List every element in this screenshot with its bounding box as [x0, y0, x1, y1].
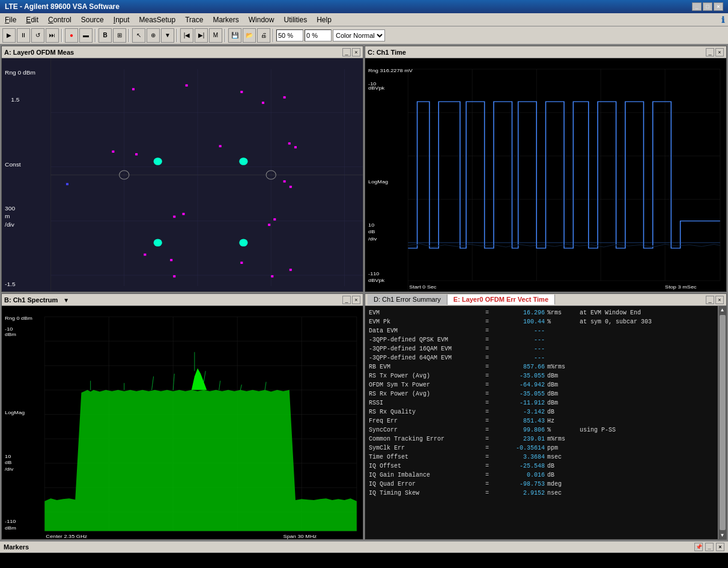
time-chart: Rng 316.2278 mV -10 dBVpk LogMag 10 dB /…: [365, 58, 726, 292]
error-row: EVM Pk = 100.44 % at sym 0, subcar 303: [369, 317, 714, 326]
svg-rect-38: [66, 183, 68, 186]
svg-point-27: [239, 239, 247, 246]
sep4: [177, 29, 178, 42]
svg-text:dBVpk: dBVpk: [368, 277, 385, 282]
error-row: IQ Quad Error = -98.753 mdeg: [369, 480, 714, 489]
svg-text:/div: /div: [5, 221, 14, 227]
markers-min-btn[interactable]: _: [705, 543, 714, 551]
panel-a-min[interactable]: _: [342, 48, 351, 56]
open-btn[interactable]: 📂: [243, 28, 256, 43]
record2-btn[interactable]: ▬: [79, 28, 93, 43]
svg-point-25: [239, 157, 247, 165]
rew-btn[interactable]: |◀: [180, 28, 193, 43]
panel-d-close[interactable]: ×: [715, 296, 724, 304]
error-row: RB EVM = 857.66 m%rms: [369, 362, 714, 371]
error-row: -3QPP-defined 16QAM EVM = ---: [369, 344, 714, 353]
error-row: SymClk Err = -0.35614 ppm: [369, 444, 714, 453]
menu-file[interactable]: File: [0, 13, 21, 26]
menu-trace[interactable]: Trace: [180, 13, 208, 26]
markers-pin-btn[interactable]: 📌: [694, 543, 703, 551]
panel-b-close[interactable]: ×: [352, 296, 360, 304]
panel-d-content: EVM = 16.296 %rms at EVM Window End EVM …: [365, 306, 718, 539]
markers-content: [0, 553, 728, 568]
svg-rect-34: [135, 153, 138, 156]
scroll-thumb[interactable]: [720, 315, 726, 530]
tab-d[interactable]: D: Ch1 Error Summary: [368, 295, 447, 305]
zoom-input[interactable]: 50 %: [276, 29, 303, 41]
menu-edit[interactable]: Edit: [21, 13, 43, 26]
markers-max-btn[interactable]: ×: [716, 543, 724, 551]
panel-b-header: B: Ch1 Spectrum ▼ _ ×: [2, 294, 363, 306]
panel-d-header: D: Ch1 Error Summary E: Layer0 OFDM Err …: [365, 294, 726, 306]
marker-btn[interactable]: M: [209, 28, 222, 43]
panel-de-tabs: D: Ch1 Error Summary E: Layer0 OFDM Err …: [368, 295, 705, 305]
color-mode-select[interactable]: Color Normal: [333, 29, 385, 41]
svg-rect-33: [112, 150, 114, 153]
menu-input[interactable]: Input: [109, 13, 135, 26]
save-btn[interactable]: 💾: [228, 28, 241, 43]
menu-meassetup[interactable]: MeasSetup: [135, 13, 181, 26]
svg-rect-32: [284, 96, 286, 99]
grid-btn[interactable]: ⊞: [113, 28, 126, 43]
step-btn[interactable]: ⏭: [46, 28, 59, 43]
b-btn[interactable]: B: [99, 28, 112, 43]
zoom-pct-input[interactable]: 0 %: [305, 29, 332, 41]
maximize-btn[interactable]: □: [703, 2, 712, 11]
error-row: -3QPP-defined 64QAM EVM = ---: [369, 353, 714, 362]
panel-c-close[interactable]: ×: [715, 48, 724, 56]
panel-c: C: Ch1 Time _ ×: [365, 46, 727, 292]
minimize-btn[interactable]: _: [692, 2, 702, 11]
svg-text:Span 30 MHz: Span 30 MHz: [284, 534, 317, 539]
panel-d-min[interactable]: _: [706, 296, 714, 304]
markers-bar: Markers 📌 _ ×: [0, 541, 728, 553]
error-row: Data EVM = ---: [369, 326, 714, 335]
spectrum-chart: Rng 0 dBm -10 dBm LogMag 10 dB /div -110…: [2, 306, 363, 539]
panel-b-min[interactable]: _: [342, 296, 351, 304]
menu-source[interactable]: Source: [76, 13, 109, 26]
menu-window[interactable]: Window: [244, 13, 279, 26]
constellation-chart: Rng 0 dBm 1.5 -1.5 Const 300 m /div -2.6…: [2, 58, 363, 292]
svg-text:Center 2.35 GHz: Center 2.35 GHz: [46, 534, 87, 539]
scrollbar[interactable]: ▲ ▼: [718, 306, 726, 539]
svg-text:1.5: 1.5: [11, 97, 19, 103]
svg-text:Rng 0 dBm: Rng 0 dBm: [5, 315, 32, 320]
error-row: Freq Err = 851.43 Hz: [369, 417, 714, 426]
svg-rect-40: [290, 186, 292, 188]
scroll-up-btn[interactable]: ▲: [719, 306, 726, 314]
markers-controls: 📌 _ ×: [693, 543, 724, 551]
svg-rect-44: [273, 218, 276, 221]
svg-rect-46: [170, 259, 172, 261]
fwd-btn[interactable]: ▶|: [195, 28, 208, 43]
play-btn[interactable]: ▶: [2, 28, 16, 43]
arrow-btn[interactable]: ▼: [161, 28, 174, 43]
error-row: -3QPP-defined QPSK EVM = ---: [369, 335, 714, 344]
panel-a-close[interactable]: ×: [352, 48, 360, 56]
sep6: [273, 29, 274, 42]
record-btn[interactable]: ●: [65, 28, 78, 43]
menu-utilities[interactable]: Utilities: [279, 13, 312, 26]
svg-rect-43: [268, 224, 270, 226]
error-row: IQ Gain Imbalance = 0.016 dB: [369, 471, 714, 480]
menu-help[interactable]: Help: [312, 13, 336, 26]
svg-text:dB: dB: [368, 229, 375, 234]
menu-control[interactable]: Control: [43, 13, 76, 26]
svg-text:m: m: [5, 213, 10, 219]
zoom-btn[interactable]: ⊕: [147, 28, 160, 43]
menu-markers[interactable]: Markers: [208, 13, 243, 26]
scroll-down-btn[interactable]: ▼: [719, 531, 726, 539]
pause-btn[interactable]: ⏸: [17, 28, 30, 43]
svg-rect-28: [132, 88, 135, 91]
panel-c-min[interactable]: _: [706, 48, 714, 56]
error-row: RS Tx Power (Avg) = -35.055 dBm: [369, 371, 714, 380]
error-row: Common Tracking Error = 239.01 m%rms: [369, 435, 714, 444]
title-bar: LTE - Agilent 89600 VSA Software _ □ ×: [0, 0, 728, 13]
cursor-btn[interactable]: ↖: [132, 28, 145, 43]
restart-btn[interactable]: ↺: [31, 28, 44, 43]
print-btn[interactable]: 🖨: [257, 28, 270, 43]
close-btn[interactable]: ×: [714, 2, 723, 11]
svg-text:Rng 0 dBm: Rng 0 dBm: [5, 70, 35, 76]
panel-a-content: Rng 0 dBm 1.5 -1.5 Const 300 m /div -2.6…: [2, 58, 363, 292]
tab-e[interactable]: E: Layer0 OFDM Err Vect Time: [447, 295, 555, 305]
svg-rect-35: [219, 145, 222, 147]
error-row: IQ Timing Skew = 2.9152 nsec: [369, 489, 714, 498]
